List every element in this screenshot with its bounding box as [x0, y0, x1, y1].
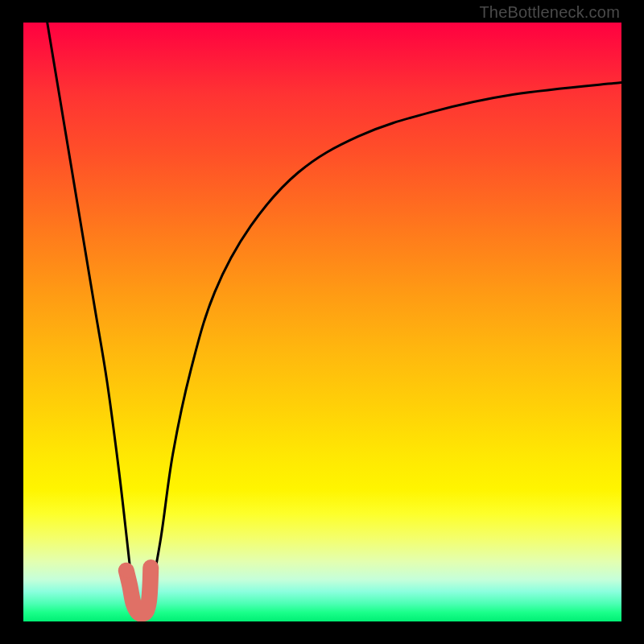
- curve-layer: [23, 23, 621, 621]
- curve-right-rise: [149, 82, 621, 603]
- watermark-label: TheBottleneck.com: [479, 3, 620, 22]
- dot-upper: [119, 564, 134, 578]
- curve-left-descent: [47, 23, 134, 604]
- chart-frame: TheBottleneck.com: [0, 0, 644, 644]
- dot-lower: [122, 578, 137, 592]
- plot-area: [23, 23, 621, 621]
